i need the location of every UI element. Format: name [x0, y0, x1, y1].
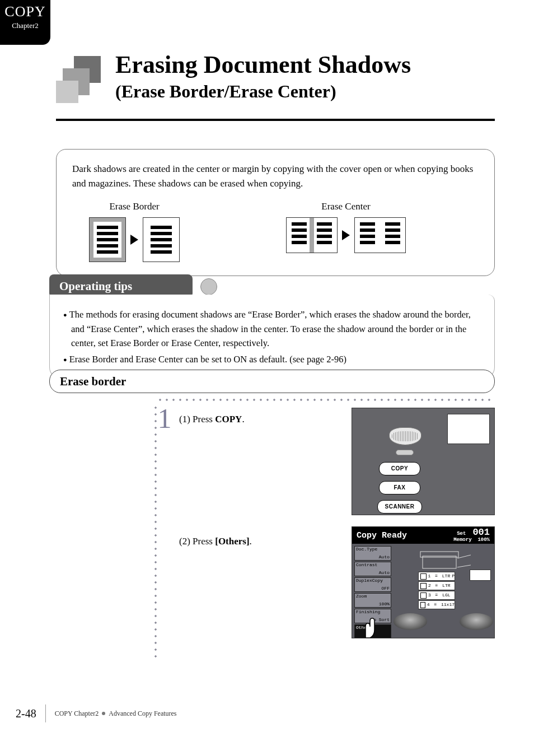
step-1-prefix: (1): [179, 414, 190, 424]
tray-size: LGL: [442, 591, 450, 599]
section-title: Erase border: [49, 370, 495, 393]
page-title: Erasing Document Shadows: [115, 50, 495, 79]
tray-size: LTR: [442, 572, 450, 580]
tray-num: 4: [427, 601, 430, 609]
arrow-right-icon: [342, 230, 350, 240]
softkey-value: Auto: [379, 571, 390, 575]
hardkey-scanner[interactable]: SCANNER: [377, 500, 422, 514]
touch-trays: 1 ≡ LTR P 2 ≡ LTR 3 ≡ LGL 4 ≡ 11x1: [418, 572, 455, 609]
page-subtitle: (Erase Border/Erase Center): [115, 81, 495, 102]
touch-titlebar: Copy Ready Set 001 Memory 100%: [352, 527, 494, 544]
touch-set-value: 001: [472, 527, 490, 538]
tray-size: LTR: [442, 582, 450, 590]
page-before-icon: [89, 217, 126, 262]
tray-num: 2: [428, 582, 431, 590]
svg-line-3: [457, 565, 471, 567]
section-header: Erase border: [49, 370, 495, 393]
operating-tips-marker-icon: [200, 278, 217, 295]
tips-bullet: The methods for erasing document shadows…: [63, 307, 481, 351]
book-after-icon: [354, 217, 406, 253]
hand-pointer-icon: [358, 617, 380, 638]
softkey-doctype[interactable]: Doc.Type Auto: [354, 546, 391, 561]
bypass-tray-icon[interactable]: [470, 570, 491, 581]
softkey-duplexcopy[interactable]: DuplexCopy OFF: [354, 577, 391, 592]
softkey-value: 100%: [379, 602, 390, 606]
page-footer: 2-48 COPY Chapter2 Advanced Copy Feature…: [16, 704, 177, 722]
decorative-blob-icon: [394, 613, 427, 630]
chapter-tab: COPY Chapter2: [0, 0, 50, 45]
step-2-suffix: .: [250, 536, 252, 547]
breadcrumb-part: Advanced Copy Features: [109, 710, 176, 718]
softkey-label: Zoom: [356, 594, 367, 599]
softkey-label: Contrast: [356, 562, 377, 567]
tray-orient: P: [452, 572, 455, 580]
tray-num: 1: [428, 572, 431, 580]
breadcrumb: COPY Chapter2 Advanced Copy Features: [55, 710, 177, 718]
intro-paragraph: Dark shadows are created in the center o…: [72, 162, 479, 192]
touch-title: Copy Ready: [357, 531, 407, 540]
breadcrumb-part: COPY Chapter2: [55, 710, 99, 718]
hardkey-fax[interactable]: FAX: [379, 481, 420, 494]
page-number: 2-48: [16, 707, 36, 720]
touch-memory-label: Memory: [453, 537, 471, 543]
svg-line-2: [457, 555, 471, 558]
step-1: 1 (1) Press COPY. COPY FAX SCANNER: [157, 404, 495, 511]
softkey-contrast[interactable]: Contrast Auto: [354, 562, 391, 576]
softkey-value: Auto: [379, 555, 390, 559]
decorative-blob-icon: [460, 613, 493, 630]
touch-memory-value: 100%: [477, 537, 490, 543]
chapter-tab-line2: Chapter2: [0, 21, 50, 30]
chapter-tab-line1: COPY: [0, 3, 50, 20]
tray-row[interactable]: 1 ≡ LTR P: [418, 572, 455, 581]
page-after-icon: [143, 217, 180, 262]
step-1-suffix: .: [242, 414, 244, 424]
step-1-key: COPY: [215, 414, 242, 424]
breadcrumb-separator-icon: [102, 712, 105, 715]
tips-bullet: Erase Border and Erase Center can be set…: [63, 352, 481, 367]
heading-rule: [56, 119, 495, 121]
step-2-verb: Press: [193, 536, 215, 547]
book-before-icon: [286, 217, 338, 253]
tray-num: 3: [428, 591, 431, 599]
step-2-prefix: (2): [179, 536, 190, 547]
softkey-zoom[interactable]: Zoom 100%: [354, 593, 391, 608]
steps-area: 1 (1) Press COPY. COPY FAX SCANNER (2) P…: [157, 399, 495, 660]
step-1-text: (1) Press COPY.: [179, 404, 245, 427]
panel-lamp-icon: [396, 450, 414, 455]
touchscreen-illustration: Copy Ready Set 001 Memory 100% Doc.Type: [352, 526, 495, 638]
tray-size: 11x17: [441, 601, 455, 609]
tray-row[interactable]: 4 ≡ 11x17: [418, 600, 455, 609]
step-2: (2) Press [Others]. Copy Ready Set 001 M…: [157, 526, 495, 644]
heading-block: Erasing Document Shadows (Erase Border/E…: [56, 50, 495, 121]
dotted-separator-icon: [157, 399, 495, 401]
operating-tips: Operating tips The methods for erasing d…: [49, 274, 495, 382]
step-number: 1: [157, 404, 172, 432]
softkey-label: DuplexCopy: [356, 578, 383, 583]
panel-speaker-icon: [389, 427, 421, 445]
step-2-key: [Others]: [215, 536, 249, 547]
softkey-value: OFF: [382, 586, 390, 591]
panel-screen-icon: [447, 414, 490, 444]
diagram-title-center: Erase Center: [321, 199, 370, 214]
softkey-label: Finishing: [356, 609, 380, 614]
diagram-title-border: Erase Border: [109, 199, 159, 214]
control-panel-illustration: COPY FAX SCANNER: [352, 408, 495, 515]
step-1-verb: Press: [193, 414, 215, 424]
svg-rect-0: [423, 556, 456, 568]
copier-icon: [417, 546, 473, 571]
diagram-erase-center: Erase Center: [286, 199, 406, 262]
softkey-label: Doc.Type: [356, 547, 377, 552]
intro-box: Dark shadows are created in the center o…: [56, 149, 495, 276]
step-2-text: (2) Press [Others].: [179, 526, 252, 549]
footer-divider-icon: [45, 704, 46, 722]
tray-row[interactable]: 2 ≡ LTR: [418, 581, 455, 590]
arrow-right-icon: [130, 235, 138, 245]
touch-set-label: Set: [457, 531, 466, 536]
heading-icon: [56, 56, 105, 105]
hardkey-copy[interactable]: COPY: [379, 462, 420, 475]
diagram-erase-border: Erase Border: [89, 199, 180, 262]
tray-row[interactable]: 3 ≡ LGL: [418, 591, 455, 600]
